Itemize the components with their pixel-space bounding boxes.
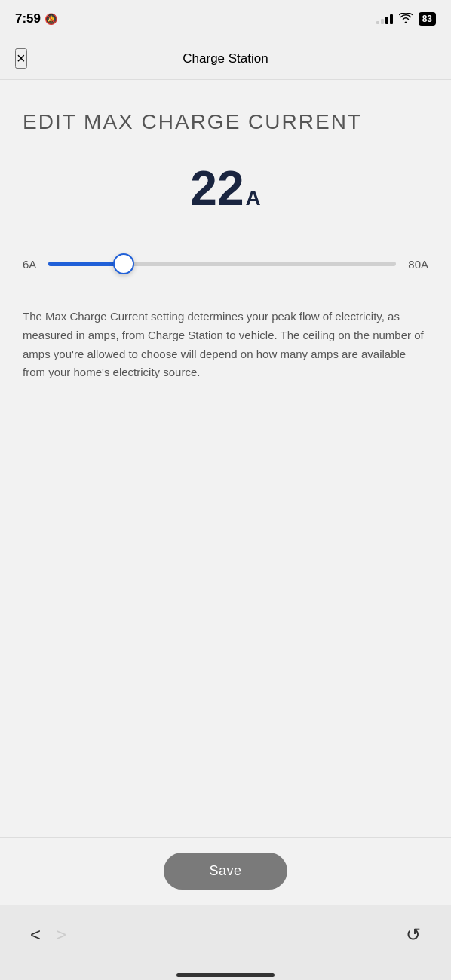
close-button[interactable]: × — [15, 48, 27, 69]
description-text: The Max Charge Current setting determine… — [23, 308, 428, 382]
current-value-display: 22 A — [23, 164, 428, 213]
save-area: Save — [0, 837, 451, 905]
page-heading: EDIT MAX CHARGE CURRENT — [23, 110, 428, 134]
forward-button[interactable]: > — [48, 917, 74, 953]
status-time: 7:59 🔕 — [15, 11, 57, 26]
mute-icon: 🔕 — [44, 13, 57, 25]
current-value-number: 22 — [190, 164, 244, 213]
reload-button[interactable]: ↺ — [398, 917, 428, 953]
main-content: EDIT MAX CHARGE CURRENT 22 A 6A 80A The … — [0, 80, 451, 837]
slider-max-label: 80A — [408, 258, 428, 271]
wifi-icon — [399, 13, 413, 26]
status-indicators: 83 — [376, 12, 436, 26]
home-indicator — [0, 972, 451, 980]
save-button[interactable]: Save — [164, 853, 287, 890]
nav-bar: × Charge Station — [0, 38, 451, 80]
slider-section: 6A 80A — [23, 250, 428, 277]
signal-icon — [376, 14, 393, 24]
time-display: 7:59 — [15, 11, 41, 26]
back-button[interactable]: < — [23, 917, 48, 953]
nav-title: Charge Station — [183, 51, 268, 66]
battery-indicator: 83 — [419, 12, 436, 26]
status-bar: 7:59 🔕 83 — [0, 0, 451, 38]
slider-wrapper — [48, 250, 396, 277]
bottom-nav: < > ↺ — [0, 905, 451, 972]
slider-min-label: 6A — [23, 258, 36, 271]
battery-level: 83 — [422, 14, 432, 24]
home-bar — [176, 973, 275, 977]
current-value-unit: A — [245, 186, 260, 210]
